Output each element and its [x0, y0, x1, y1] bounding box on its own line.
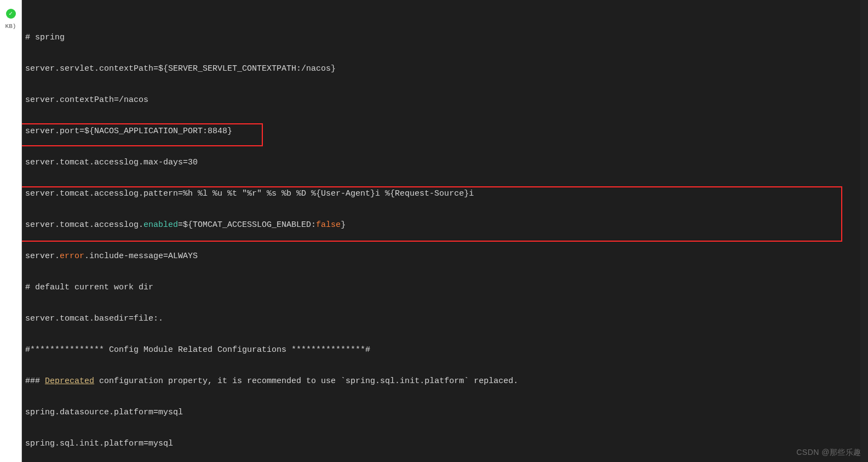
code-line: server.tomcat.accesslog.enabled=${TOMCAT… [25, 220, 865, 230]
code-line: server.tomcat.basedir=file:. [25, 313, 865, 324]
code-editor[interactable]: # spring server.servlet.contextPath=${SE… [22, 0, 868, 462]
code-line: server.tomcat.accesslog.max-days=30 [25, 157, 865, 168]
vertical-scrollbar[interactable] [860, 0, 868, 462]
code-line: server.port=${NACOS_APPLICATION_PORT:884… [25, 126, 865, 136]
code-line: spring.datasource.platform=mysql [25, 407, 865, 418]
watermark: CSDN @那些乐趣 [796, 447, 861, 458]
code-line: # default current work dir [25, 282, 865, 293]
root: ✓ KB) # spring server.servlet.contextPat… [0, 0, 868, 462]
code-line: spring.sql.init.platform=mysql [25, 438, 865, 449]
check-icon: ✓ [9, 11, 13, 17]
size-label: KB) [5, 23, 16, 30]
code-line: # spring [25, 33, 65, 42]
code-line: server.error.include-message=ALWAYS [25, 251, 865, 261]
ok-status-icon: ✓ [6, 9, 16, 19]
code-line: server.tomcat.accesslog.pattern=%h %l %u… [25, 189, 865, 199]
gutter: ✓ KB) [0, 0, 22, 462]
code-line: #*************** Config Module Related C… [25, 345, 865, 355]
code-line: ### Deprecated configuration property, i… [25, 376, 865, 386]
code-line: server.servlet.contextPath=${SERVER_SERV… [25, 64, 865, 74]
code-line: server.contextPath=/nacos [25, 95, 865, 105]
